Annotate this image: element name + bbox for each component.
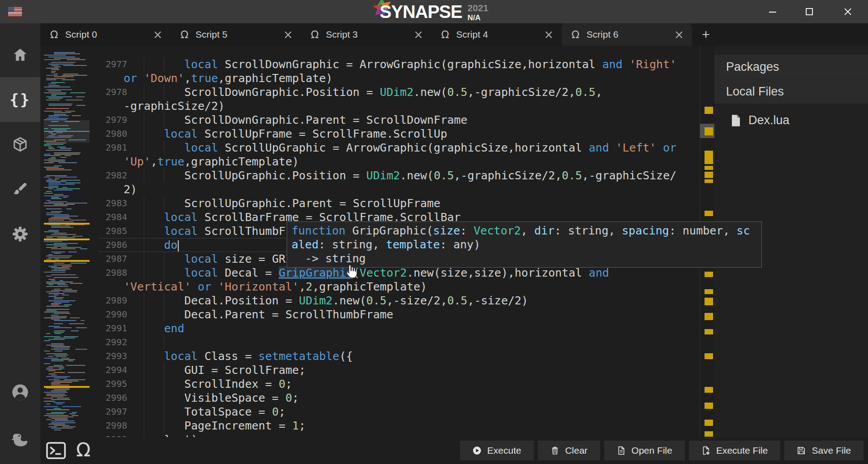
maximize-icon [804,6,815,17]
tab-label: Script 5 [196,29,284,40]
tab-close-icon[interactable]: × [674,28,684,41]
code-line[interactable]: 2) [40,182,700,196]
execute-file-button[interactable]: Execute File [689,441,781,460]
line-number: 2995 [82,377,127,391]
line-number: 2986 [82,238,127,252]
minimize-button[interactable] [761,3,784,21]
modified-line-marker [705,387,713,393]
tab-close-icon[interactable]: × [544,28,554,41]
home-icon [12,47,28,63]
us-flag-icon[interactable] [8,7,22,17]
code-line[interactable]: 2990Decal.Parent = ScrollThumbFrame [40,308,700,321]
line-number: 2990 [82,308,127,321]
tab-close-icon[interactable]: × [413,28,423,41]
brush-icon [12,181,28,197]
code-line[interactable]: 2991end [40,321,700,335]
panel-header-local-files[interactable]: Local Files [714,79,868,104]
gear-icon [12,225,29,243]
sidebar-item-settings[interactable] [0,212,40,256]
modified-line-marker [705,420,713,426]
code-line[interactable]: 2988local Decal = GripGraphic(Vector2.ne… [40,266,700,280]
tab-label: Script 6 [587,29,675,40]
tab-close-icon[interactable]: × [153,28,163,41]
code-line[interactable]: -graphicSize/2) [40,99,700,113]
maximize-button[interactable] [798,3,821,21]
omega-icon: Ω [311,29,319,40]
code-line[interactable]: 2997TotalSpace = 0; [40,405,700,419]
sidebar-item-account[interactable] [0,377,40,408]
code-line[interactable]: 2999},mt) [40,433,700,437]
account-icon [11,383,30,402]
code-line[interactable]: 2978ScrollDownGraphic.Position = UDim2.n… [40,85,700,99]
sidebar-item-packages[interactable] [0,122,40,167]
save-icon [797,446,806,455]
line-number: 2977 [82,57,127,71]
app-year: 2021 [468,3,489,13]
code-line[interactable]: or 'Down',true,graphicTemplate) [40,71,700,85]
code-line[interactable]: 'Up',true,graphicTemplate) [40,155,700,169]
line-number: 2996 [82,391,127,405]
tab-script-4[interactable]: Ω Script 4 × [431,23,562,46]
code-line[interactable]: 2981local ScrollUpGraphic = ArrowGraphic… [40,141,700,155]
code-line[interactable]: 2995ScrollIndex = 0; [40,377,700,391]
line-number: 2988 [82,266,127,280]
tab-script-0[interactable]: Ω Script 0 × [40,23,171,46]
save-file-button[interactable]: Save File [784,441,864,460]
tab-script-5[interactable]: Ω Script 5 × [171,23,301,46]
file-item-dex[interactable]: Dex.lua [714,104,868,127]
modified-line-marker [705,127,713,135]
code-line[interactable]: 2993local Class = setmetatable({ [40,349,700,363]
line-number: 2984 [82,210,127,224]
code-line[interactable]: 2977local ScrollDownGraphic = ArrowGraph… [40,57,700,71]
line-number: 2989 [82,294,127,308]
code-line[interactable]: 2994GUI = ScrollFrame; [40,363,700,377]
hover-tooltip: function GripGraphic(size: Vector2, dir:… [287,221,762,268]
modified-line-marker [705,166,713,170]
code-line[interactable]: 2979ScrollDownGraphic.Parent = ScrollDow… [40,113,700,127]
tab-close-icon[interactable]: × [283,28,293,41]
code-line[interactable]: 2989Decal.Position = UDim2.new(0.5,-size… [40,294,700,308]
sidebar-item-scripts[interactable]: {} [0,77,40,122]
close-button[interactable] [837,3,859,21]
open-file-button[interactable]: Open File [604,441,685,460]
line-number: 2987 [82,252,127,266]
code-line[interactable]: 2982ScrollUpGraphic.Position = UDim2.new… [40,169,700,182]
modified-line-marker [705,329,713,334]
code-line[interactable]: 2983ScrollUpGraphic.Parent = ScrollUpFra… [40,196,700,210]
new-tab-button[interactable]: + [696,23,716,46]
clear-button[interactable]: Clear [538,441,600,460]
terminal-icon[interactable] [46,441,66,460]
panel-header-packages[interactable]: Packages [714,55,868,79]
tab-script-6[interactable]: Ω Script 6 × [562,23,692,46]
tooltip-line: aled: string, template: any) [292,238,757,252]
code-line[interactable]: 2992 [40,335,700,349]
code-line[interactable]: 2998PageIncrement = 1; [40,419,700,433]
tab-label: Script 0 [65,29,153,40]
code-line[interactable]: 2980local ScrollUpFrame = ScrollFrame.Sc… [40,127,700,141]
tab-label: Script 3 [326,29,414,40]
package-icon [12,136,29,153]
modified-line-marker [705,353,713,359]
tab-script-3[interactable]: Ω Script 3 × [301,23,431,46]
tab-label: Script 4 [456,29,544,40]
indent-guide [164,335,164,349]
line-number: 2992 [82,335,127,349]
sidebar-item-duck[interactable] [0,425,40,456]
app-version: N/A [468,14,489,22]
sidebar-item-theme[interactable] [0,167,40,212]
sidebar: {} [0,23,40,464]
modified-line-marker [705,313,713,320]
definition-link[interactable]: GripGraphic [279,266,353,279]
indent-guide [144,335,144,349]
execute-button[interactable]: Execute [460,441,534,460]
omega-icon[interactable]: Ω [76,439,90,461]
file-execute-icon [701,446,710,455]
minimize-icon [767,6,778,17]
line-number: 2985 [82,224,127,238]
code-line[interactable]: 'Vertical' or 'Horizontal',2,graphicTemp… [40,280,700,294]
sidebar-item-home[interactable] [0,32,40,77]
code-line[interactable]: 2996VisibleSpace = 0; [40,391,700,405]
file-icon [730,114,741,127]
modified-line-marker [705,289,713,294]
app-logo: SYNAPSE 2021 N/A [380,2,489,22]
